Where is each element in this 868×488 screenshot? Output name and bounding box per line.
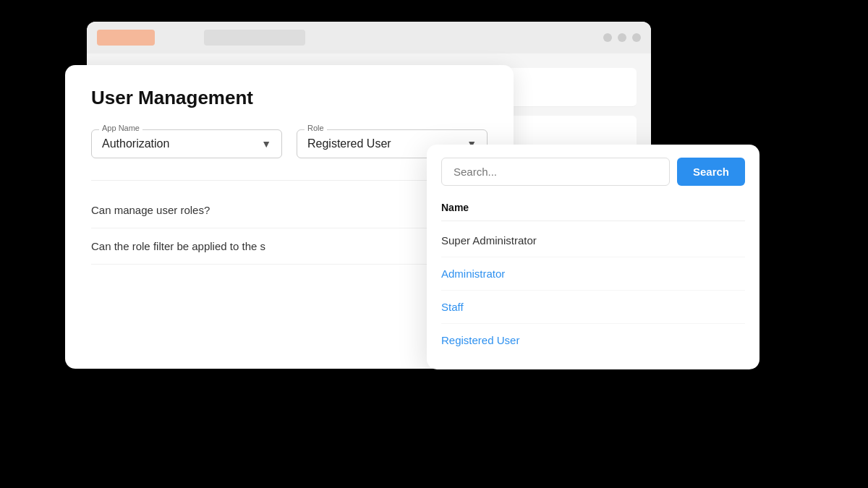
search-button[interactable]: Search [677,158,745,186]
browser-dot-2 [618,33,626,42]
browser-tab [97,30,155,46]
browser-url [204,30,305,46]
app-name-filter: App Name Authorization ▼ [91,129,282,158]
page-title: User Management [91,87,488,109]
dropdown-column-header: Name [441,197,745,221]
dropdown-item-staff[interactable]: Staff [441,291,745,324]
dropdown-item-admin[interactable]: Administrator [441,257,745,291]
role-label: Role [305,124,327,132]
app-name-value: Authorization [102,137,169,150]
search-input[interactable] [441,158,670,186]
dropdown-item-super-admin[interactable]: Super Administrator [441,224,745,257]
role-value: Registered User [307,137,391,150]
app-name-label: App Name [99,124,142,132]
browser-bar [87,22,651,53]
role-dropdown-card: Search Name Super Administrator Administ… [427,145,760,369]
app-name-chevron-icon: ▼ [261,138,271,150]
browser-dot-3 [632,33,641,42]
browser-dot-1 [603,33,612,42]
search-row: Search [441,158,745,186]
dropdown-item-registered-user[interactable]: Registered User [441,324,745,356]
app-name-dropdown[interactable]: App Name Authorization ▼ [91,129,282,158]
